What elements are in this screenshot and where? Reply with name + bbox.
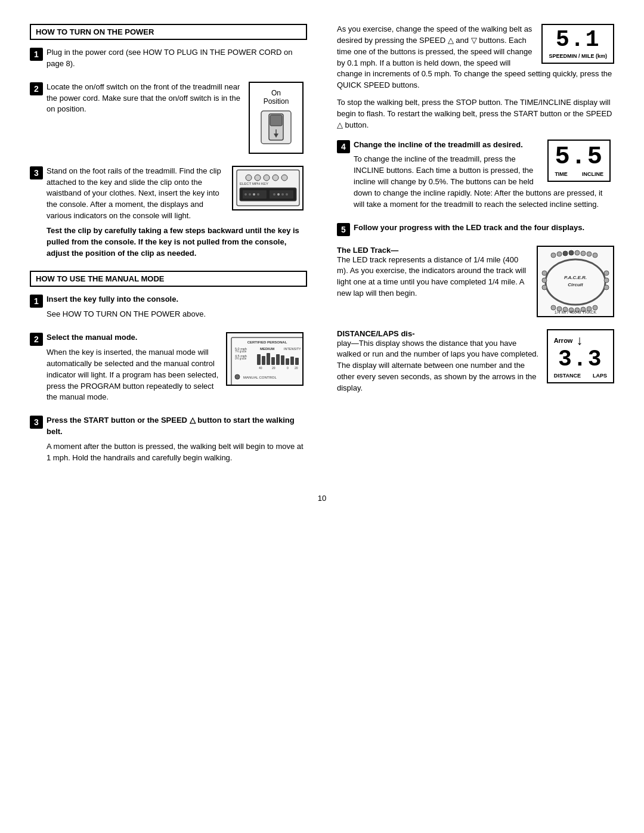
svg-point-50	[575, 250, 580, 255]
svg-point-21	[281, 193, 284, 196]
svg-point-46	[551, 253, 556, 258]
svg-point-59	[604, 278, 609, 283]
incline-label-incline: INCLINE	[582, 171, 603, 177]
svg-rect-2	[270, 115, 282, 126]
step-5-bold: Follow your progress with the LED track …	[354, 223, 584, 232]
manual-step-number-3: 3	[30, 416, 43, 429]
incline-label-time: TIME	[555, 171, 568, 177]
led-track-illustration: P.A.C.E.R. Circuit 1/4 MI / 400 M TRACK	[537, 246, 614, 317]
manual-step-number-2: 2	[30, 333, 43, 346]
svg-text:0% grade: 0% grade	[235, 357, 247, 360]
incline-display-value: 5.5	[555, 144, 603, 169]
svg-rect-39	[295, 358, 299, 365]
distance-display-value: 3.3	[554, 348, 607, 371]
right-step-number-5: 5	[337, 223, 350, 236]
speed-display-box: 5.1 SPEED MIN / MILE (km)	[541, 24, 614, 64]
section-manual-mode: HOW TO USE THE MANUAL MODE 1 Insert the …	[30, 271, 307, 467]
svg-rect-38	[290, 357, 294, 365]
svg-point-47	[557, 252, 562, 256]
svg-point-20	[277, 193, 280, 196]
svg-point-15	[244, 193, 247, 196]
left-column: HOW TO TURN ON THE POWER 1 Plug in the p…	[30, 24, 313, 476]
arrow-down-icon: ↓	[576, 334, 583, 347]
right-step-4-content: 5.5 TIME INCLINE Change the incline of t…	[354, 140, 611, 214]
svg-point-9	[273, 175, 278, 181]
distance-display-header: Arrow ↓	[554, 334, 607, 347]
step-2-locate-switch: 2 OnPosition	[30, 82, 307, 157]
manual-step-1-content: Insert the key fully into the console. S…	[47, 294, 307, 324]
section-turn-on-power: HOW TO TURN ON THE POWER 1 Plug in the p…	[30, 24, 307, 262]
svg-text:0: 0	[287, 366, 289, 370]
step-2-content: OnPosition Locate	[47, 82, 304, 157]
right-column: 5.1 SPEED MIN / MILE (km) As you exercis…	[331, 24, 614, 476]
svg-point-49	[569, 250, 574, 255]
svg-point-7	[255, 175, 261, 181]
svg-text:20: 20	[272, 366, 275, 370]
distance-display-box: Arrow ↓ 3.3 DISTANCE LAPS	[547, 329, 614, 383]
manual-step-3-bold: Press the START button or the SPEED △ bu…	[47, 416, 295, 436]
manual-step-2-bold: Select the manual mode.	[47, 333, 137, 342]
manual-step-3: 3 Press the START button or the SPEED △ …	[30, 415, 307, 467]
speed-section: 5.1 SPEED MIN / MILE (km) As you exercis…	[337, 24, 614, 97]
step-1-plug-in: 1 Plug in the power cord (see HOW TO PLU…	[30, 47, 307, 73]
speed-display-labels: SPEED MIN / MILE (km)	[549, 53, 607, 59]
svg-text:20: 20	[295, 366, 298, 370]
svg-point-19	[273, 193, 275, 196]
step-4-bold: Change the incline of the treadmill as d…	[354, 140, 523, 149]
distance-display-labels: DISTANCE LAPS	[554, 373, 607, 379]
led-track-icon: P.A.C.E.R. Circuit 1/4 MI / 400 M TRACK	[538, 249, 613, 314]
manual-mode-illustration: CERTIFIED PERSONAL 5.0 mph 7% grade MEDI…	[226, 332, 304, 386]
right-step-4: 4 5.5 TIME INCLINE Change the incline of…	[337, 140, 614, 214]
svg-text:P.A.C.E.R.: P.A.C.E.R.	[564, 275, 586, 280]
footrail-illustration: ELECT MPH KEY	[232, 166, 304, 210]
svg-rect-31	[257, 354, 261, 365]
svg-text:1/4 MI / 400 M TRACK: 1/4 MI / 400 M TRACK	[554, 310, 596, 314]
manual-mode-icon: CERTIFIED PERSONAL 5.0 mph 7% grade MEDI…	[230, 336, 304, 386]
distance-header-text: DISTANCE/LAPS dis-	[337, 329, 415, 338]
svg-point-18	[257, 193, 259, 196]
stop-paragraph: To stop the walking belt, press the STOP…	[337, 97, 614, 131]
svg-point-16	[249, 193, 251, 196]
distance-section: Arrow ↓ 3.3 DISTANCE LAPS DISTANCE/LAPS …	[337, 329, 614, 394]
svg-point-6	[246, 175, 252, 181]
led-track-header: The LED Track—	[337, 246, 398, 255]
led-track-section: P.A.C.E.R. Circuit 1/4 MI / 400 M TRACK …	[337, 246, 614, 321]
svg-point-56	[542, 278, 547, 283]
svg-text:40: 40	[259, 366, 262, 370]
svg-rect-36	[281, 355, 284, 365]
manual-step-3-text: A moment after the button is pressed, th…	[47, 441, 307, 464]
on-position-illustration: OnPosition	[249, 82, 304, 154]
step-number-2: 2	[30, 82, 43, 95]
step-number-3: 3	[30, 166, 43, 179]
svg-text:Circuit: Circuit	[568, 282, 583, 287]
manual-step-1-sub: See HOW TO TURN ON THE POWER above.	[47, 309, 307, 320]
section-header-manual: HOW TO USE THE MANUAL MODE	[30, 271, 307, 287]
svg-point-44	[235, 374, 240, 379]
speed-label-min-mile: MIN / MILE (km)	[567, 53, 607, 59]
section-header-power: HOW TO TURN ON THE POWER	[30, 24, 307, 40]
svg-point-52	[587, 252, 592, 256]
svg-rect-35	[276, 354, 280, 365]
svg-point-61	[551, 305, 556, 310]
svg-text:MEDIUM: MEDIUM	[260, 347, 274, 351]
svg-point-10	[281, 175, 287, 181]
svg-point-51	[581, 251, 586, 256]
svg-point-8	[264, 175, 270, 181]
speed-display-value: 5.1	[549, 29, 607, 51]
svg-text:MANUAL CONTROL: MANUAL CONTROL	[243, 376, 277, 379]
arrow-label: Arrow	[554, 337, 573, 344]
svg-text:ELECT MPH KEY: ELECT MPH KEY	[240, 182, 268, 185]
svg-point-22	[286, 193, 288, 196]
manual-step-1: 1 Insert the key fully into the console.…	[30, 294, 307, 324]
svg-rect-37	[286, 358, 289, 365]
step-3-stand-on-rails: 3 ELECT	[30, 166, 307, 263]
speed-label-speed: SPEED	[549, 53, 567, 59]
manual-step-2: 2 CERTIFIED PERSONAL 5.0 mph 7% grade ME…	[30, 332, 307, 407]
svg-point-57	[542, 285, 547, 290]
svg-rect-34	[271, 357, 275, 365]
manual-step-number-1: 1	[30, 295, 43, 308]
step-1-text: Plug in the power cord (see HOW TO PLUG …	[47, 47, 307, 70]
on-position-label: OnPosition	[264, 89, 289, 106]
step-3-content: ELECT MPH KEY	[47, 166, 304, 263]
incline-display-box: 5.5 TIME INCLINE	[547, 140, 611, 182]
